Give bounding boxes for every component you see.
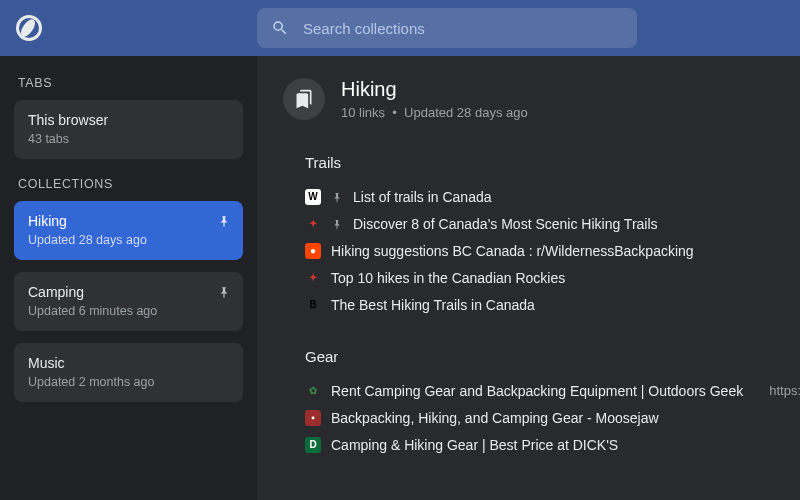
collection-icon	[283, 78, 325, 120]
pin-icon	[217, 286, 231, 300]
favicon: ✦	[305, 216, 321, 232]
top-bar	[0, 0, 800, 56]
link-title: Discover 8 of Canada's Most Scenic Hikin…	[353, 216, 658, 232]
pin-icon	[331, 191, 343, 203]
collection-card-title: Hiking	[28, 213, 229, 229]
link-title: The Best Hiking Trails in Canada	[331, 297, 535, 313]
collection-card-title: Camping	[28, 284, 229, 300]
link-title: Backpacking, Hiking, and Camping Gear - …	[331, 410, 659, 426]
search-box[interactable]	[257, 8, 637, 48]
link-title: Top 10 hikes in the Canadian Rockies	[331, 270, 565, 286]
collection-header: Hiking 10 links • Updated 28 days ago	[283, 78, 800, 120]
search-input[interactable]	[303, 20, 623, 37]
link-url: https://www	[769, 383, 800, 398]
favicon: ●	[305, 243, 321, 259]
bookmarks-icon	[294, 89, 314, 109]
link-title: Rent Camping Gear and Backpacking Equipm…	[331, 383, 743, 399]
favicon: ✦	[305, 270, 321, 286]
collection-card-sub: Updated 2 months ago	[28, 375, 229, 389]
link-row[interactable]: BThe Best Hiking Trails in Canada	[283, 291, 800, 318]
favicon: B	[305, 297, 321, 313]
sidebar-tabs-card[interactable]: This browser 43 tabs	[14, 100, 243, 159]
link-row[interactable]: WList of trails in Canada	[283, 183, 800, 210]
app-logo-icon	[16, 15, 42, 41]
pin-icon	[217, 215, 231, 229]
collection-card-sub: Updated 6 minutes ago	[28, 304, 229, 318]
sidebar-collection-camping[interactable]: CampingUpdated 6 minutes ago	[14, 272, 243, 331]
main-pane: Hiking 10 links • Updated 28 days ago Tr…	[257, 56, 800, 500]
favicon: ▪	[305, 410, 321, 426]
collection-card-title: Music	[28, 355, 229, 371]
search-icon	[271, 19, 289, 37]
tabs-card-sub: 43 tabs	[28, 132, 229, 146]
link-row[interactable]: ●Hiking suggestions BC Canada : r/Wilder…	[283, 237, 800, 264]
pin-icon	[331, 218, 343, 230]
link-row[interactable]: DCamping & Hiking Gear | Best Price at D…	[283, 431, 800, 458]
link-row[interactable]: ▪Backpacking, Hiking, and Camping Gear -…	[283, 404, 800, 431]
link-row[interactable]: ✦Discover 8 of Canada's Most Scenic Hiki…	[283, 210, 800, 237]
sidebar-collections-heading: COLLECTIONS	[18, 177, 239, 191]
sidebar: TABS This browser 43 tabs COLLECTIONS Hi…	[0, 56, 257, 500]
section-heading: Trails	[305, 154, 800, 171]
link-title: List of trails in Canada	[353, 189, 492, 205]
link-row[interactable]: ✿Rent Camping Gear and Backpacking Equip…	[283, 377, 800, 404]
link-title: Camping & Hiking Gear | Best Price at DI…	[331, 437, 618, 453]
favicon: D	[305, 437, 321, 453]
link-title: Hiking suggestions BC Canada : r/Wildern…	[331, 243, 694, 259]
sidebar-tabs-heading: TABS	[18, 76, 239, 90]
tabs-card-title: This browser	[28, 112, 229, 128]
collection-title: Hiking	[341, 78, 528, 101]
favicon: ✿	[305, 383, 321, 399]
sidebar-collection-hiking[interactable]: HikingUpdated 28 days ago	[14, 201, 243, 260]
section-heading: Gear	[305, 348, 800, 365]
favicon: W	[305, 189, 321, 205]
collection-card-sub: Updated 28 days ago	[28, 233, 229, 247]
link-row[interactable]: ✦Top 10 hikes in the Canadian Rockies	[283, 264, 800, 291]
collection-meta: 10 links • Updated 28 days ago	[341, 105, 528, 120]
sidebar-collection-music[interactable]: MusicUpdated 2 months ago	[14, 343, 243, 402]
